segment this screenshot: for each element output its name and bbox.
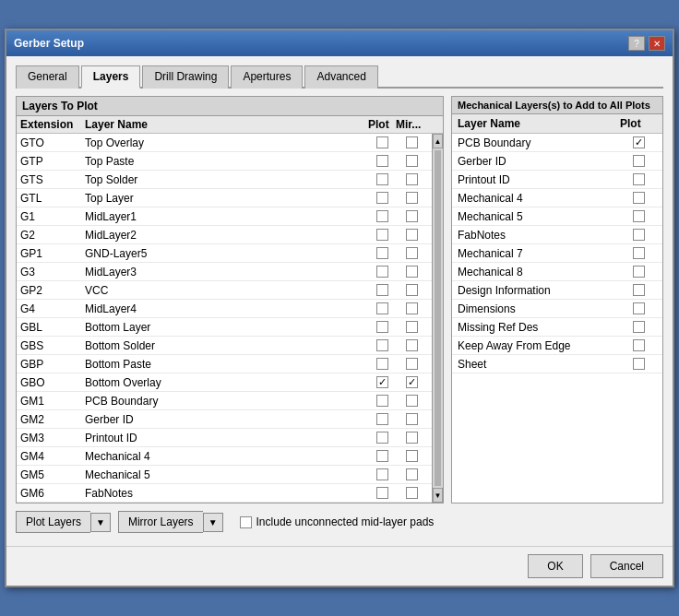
plot-checkbox[interactable] <box>376 266 388 278</box>
right-table-row: Mechanical 8 <box>452 263 662 281</box>
left-table-body: GTO Top Overlay GTP Top Paste GT <box>17 134 432 503</box>
left-panel-header: Layers To Plot <box>17 97 443 116</box>
right-plot-checkbox[interactable] <box>633 266 645 278</box>
mir-checkbox[interactable] <box>406 413 418 425</box>
mir-checkbox[interactable] <box>406 266 418 278</box>
col-plot: Plot <box>368 118 396 131</box>
mir-checkbox[interactable] <box>406 136 418 148</box>
right-plot-checkbox[interactable] <box>633 339 645 351</box>
plot-checkbox[interactable] <box>376 136 388 148</box>
right-plot-checkbox[interactable] <box>633 321 645 333</box>
table-row: G2 MidLayer2 <box>17 226 432 244</box>
tab-advanced[interactable]: Advanced <box>304 65 377 89</box>
table-row: G4 MidLayer4 <box>17 300 432 318</box>
plot-checkbox[interactable] <box>376 450 388 462</box>
dialog-content: General Layers Drill Drawing Apertures A… <box>6 56 673 542</box>
mir-checkbox[interactable] <box>406 395 418 407</box>
mir-checkbox[interactable] <box>406 339 418 351</box>
table-row: GM6 FabNotes <box>17 484 432 503</box>
table-row: G1 MidLayer1 <box>17 207 432 226</box>
table-row: GM5 Mechanical 5 <box>17 466 432 484</box>
mir-checkbox[interactable] <box>406 432 418 444</box>
mir-checkbox[interactable] <box>406 376 418 388</box>
right-plot-checkbox[interactable] <box>633 247 645 259</box>
mir-checkbox[interactable] <box>406 302 418 314</box>
dialog-footer: OK Cancel <box>6 546 673 586</box>
right-plot-checkbox[interactable] <box>633 358 645 370</box>
plot-checkbox[interactable] <box>376 229 388 241</box>
right-plot-checkbox[interactable] <box>633 284 645 296</box>
table-row: GTP Top Paste <box>17 152 432 171</box>
cancel-button[interactable]: Cancel <box>590 554 663 578</box>
mir-checkbox[interactable] <box>406 247 418 259</box>
scroll-thumb[interactable] <box>435 150 441 486</box>
plot-checkbox[interactable] <box>376 302 388 314</box>
right-table-row: Keep Away From Edge <box>452 337 662 355</box>
right-plot-checkbox[interactable] <box>633 155 645 167</box>
right-plot-checkbox[interactable] <box>633 302 645 314</box>
plot-checkbox[interactable] <box>376 339 388 351</box>
plot-checkbox[interactable] <box>376 413 388 425</box>
tab-general[interactable]: General <box>16 65 79 89</box>
plot-layers-dropdown-arrow[interactable]: ▼ <box>90 513 111 532</box>
tab-apertures[interactable]: Apertures <box>231 65 303 89</box>
right-table-row: Mechanical 7 <box>452 244 662 263</box>
plot-checkbox[interactable] <box>376 487 388 499</box>
plot-checkbox[interactable] <box>376 358 388 370</box>
plot-checkbox[interactable] <box>376 247 388 259</box>
plot-layers-split-button: Plot Layers ▼ <box>16 511 111 533</box>
plot-checkbox[interactable] <box>376 192 388 204</box>
mir-checkbox[interactable] <box>406 192 418 204</box>
scroll-up-button[interactable]: ▲ <box>433 134 443 148</box>
plot-checkbox[interactable] <box>376 395 388 407</box>
table-row: GTS Top Solder <box>17 171 432 189</box>
close-button[interactable]: ✕ <box>649 36 665 51</box>
mir-checkbox[interactable] <box>406 173 418 185</box>
ok-button[interactable]: OK <box>528 554 582 578</box>
right-plot-checkbox[interactable] <box>633 173 645 185</box>
plot-checkbox[interactable] <box>376 432 388 444</box>
col-scroll-spacer <box>428 118 439 131</box>
panels-row: Layers To Plot Extension Layer Name Plot… <box>16 96 663 503</box>
table-row: GTL Top Layer <box>17 189 432 207</box>
mir-checkbox[interactable] <box>406 487 418 499</box>
right-plot-checkbox[interactable] <box>633 229 645 241</box>
dialog-title: Gerber Setup <box>14 37 84 50</box>
left-panel-title: Layers To Plot <box>22 100 98 113</box>
plot-checkbox[interactable] <box>376 468 388 480</box>
right-plot-checkbox[interactable] <box>633 210 645 222</box>
mir-checkbox[interactable] <box>406 229 418 241</box>
tab-drill-drawing[interactable]: Drill Drawing <box>142 65 229 89</box>
tab-layers[interactable]: Layers <box>81 65 141 89</box>
mir-checkbox[interactable] <box>406 210 418 222</box>
include-unconnected-checkbox[interactable] <box>240 516 252 528</box>
left-scrollbar[interactable]: ▲ ▼ <box>432 134 443 503</box>
col-layer-name: Layer Name <box>85 118 368 131</box>
plot-checkbox[interactable] <box>376 173 388 185</box>
mir-checkbox[interactable] <box>406 284 418 296</box>
mir-checkbox[interactable] <box>406 358 418 370</box>
plot-checkbox[interactable] <box>376 376 388 388</box>
scroll-down-button[interactable]: ▼ <box>433 488 443 503</box>
right-plot-checkbox[interactable] <box>633 192 645 204</box>
mir-checkbox[interactable] <box>406 321 418 333</box>
left-panel: Layers To Plot Extension Layer Name Plot… <box>16 96 444 503</box>
plot-checkbox[interactable] <box>376 321 388 333</box>
mir-checkbox[interactable] <box>406 155 418 167</box>
right-table-row: Dimensions <box>452 300 662 318</box>
table-row: GM2 Gerber ID <box>17 410 432 429</box>
plot-checkbox[interactable] <box>376 210 388 222</box>
right-table-row: Printout ID <box>452 171 662 189</box>
mir-checkbox[interactable] <box>406 468 418 480</box>
mir-checkbox[interactable] <box>406 450 418 462</box>
plot-checkbox[interactable] <box>376 284 388 296</box>
right-panel-title: Mechanical Layers(s) to Add to All Plots <box>458 100 650 111</box>
title-bar-buttons: ? ✕ <box>628 36 665 51</box>
mirror-layers-button[interactable]: Mirror Layers <box>118 511 203 533</box>
right-plot-checkbox[interactable] <box>633 136 645 148</box>
plot-checkbox[interactable] <box>376 155 388 167</box>
plot-layers-button[interactable]: Plot Layers <box>16 511 90 533</box>
help-button[interactable]: ? <box>628 36 645 51</box>
mirror-layers-dropdown-arrow[interactable]: ▼ <box>203 513 223 532</box>
gerber-setup-dialog: Gerber Setup ? ✕ General Layers Drill Dr… <box>5 29 674 587</box>
